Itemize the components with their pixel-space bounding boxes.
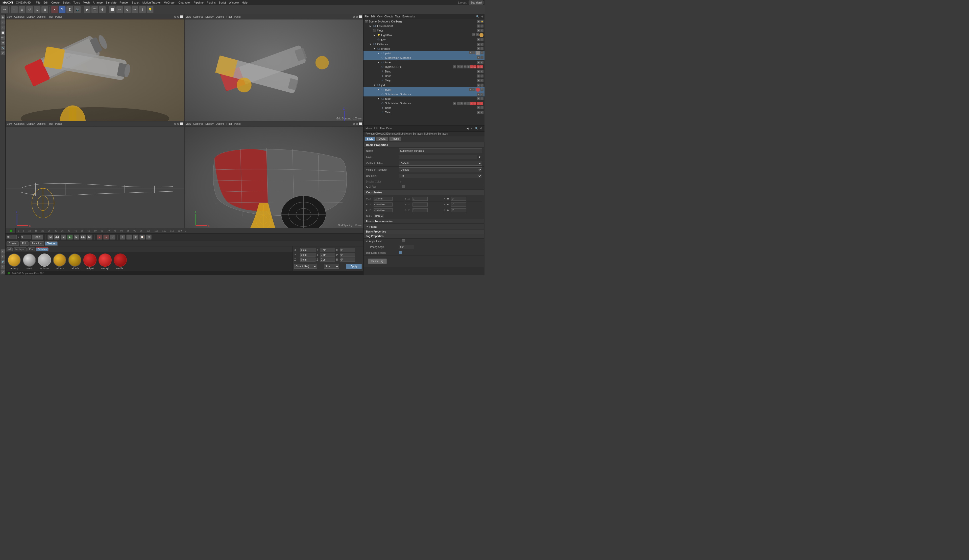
vp-persp-filter[interactable]: Filter	[48, 15, 53, 18]
ti-bj-vis[interactable]: 👁	[477, 106, 480, 109]
vp-front-options[interactable]: Options	[216, 123, 224, 125]
scale-btn[interactable]: ⊕	[18, 6, 25, 13]
tab-function[interactable]: Function	[30, 241, 44, 246]
ti-lb-render[interactable]	[480, 33, 483, 37]
ti-sjp-lock[interactable]: ✓	[480, 93, 483, 96]
vp-front-display[interactable]: Display	[205, 123, 214, 125]
coord-px-input[interactable]	[374, 197, 393, 201]
sidebar-magnet-icon[interactable]: ⌬	[0, 269, 5, 274]
ti-or-vis[interactable]: 👁	[477, 47, 480, 50]
sidebar-poly-btn[interactable]: ⬜	[0, 30, 5, 35]
menu-script[interactable]: Script	[217, 1, 227, 4]
tree-twist-1[interactable]: ↺ Twist 👁 ✓	[363, 78, 484, 83]
vp-top-view[interactable]: View	[186, 15, 191, 18]
menu-window[interactable]: Window	[227, 1, 240, 4]
coord-p-input[interactable]	[340, 253, 355, 257]
tl-first-frame[interactable]: |◀	[48, 234, 53, 239]
tl-last-frame[interactable]: ▶|	[87, 234, 92, 239]
vp-right-icon1[interactable]: ⊕	[174, 123, 176, 125]
tree-environment[interactable]: ▶ L0 Environment 👁 ✓	[363, 24, 484, 28]
deform-btn[interactable]: ⌇	[139, 6, 146, 13]
menu-edit[interactable]: Edit	[42, 1, 50, 4]
props-search-icon[interactable]: 🔍	[475, 127, 478, 130]
coord-rb-input[interactable]	[451, 208, 466, 212]
ti-lb-vis[interactable]: 👁	[472, 33, 475, 36]
layer-nolayer-btn[interactable]: No Layer	[13, 248, 27, 251]
right-file[interactable]: File	[365, 15, 368, 18]
coord-wy-input[interactable]	[320, 253, 335, 257]
ti-env-vis[interactable]: 👁	[477, 25, 480, 28]
ti-sky-vis[interactable]: 👁	[477, 38, 480, 41]
phong-basic-props[interactable]: Basic Properties	[364, 229, 484, 234]
ti-pj-lock[interactable]: ✓	[472, 88, 475, 91]
vp-front-icon1[interactable]: ⊕	[353, 123, 355, 125]
sidebar-mode-btn[interactable]: 🔘	[0, 15, 5, 20]
sidebar-grid-icon[interactable]: ⊞	[0, 254, 5, 259]
viewport-perspective[interactable]: View Cameras Display Options Filter Pane…	[5, 14, 185, 121]
material-red-spl[interactable]: Red spl	[98, 254, 112, 270]
coord-z-input[interactable]	[300, 258, 316, 262]
tree-tube-jed[interactable]: ▼ L0 tube 👁 ✓	[363, 96, 484, 101]
ti-pj-vis[interactable]: 👁	[469, 88, 472, 91]
tl-next[interactable]: ▶	[74, 234, 79, 239]
vp-persp-options[interactable]: Options	[37, 15, 45, 18]
tl-add-key[interactable]: +	[120, 234, 125, 239]
tree-subdiv-jed-tube[interactable]: ⬡ Subdivision Surfaces 👁 ✓ ⊞ ⬡ △ △ △ △ △	[363, 101, 484, 106]
ti-t1-vis[interactable]: 👁	[477, 79, 480, 82]
menu-render[interactable]: Render	[118, 1, 130, 4]
material-red-lab[interactable]: Red lab	[114, 254, 127, 270]
vp-right-filter[interactable]: Filter	[48, 123, 53, 125]
ti-b1-vis[interactable]: 👁	[477, 70, 480, 73]
vp-persp-icon3[interactable]: ⬜	[180, 15, 183, 18]
vp-front-icon2[interactable]: ⊙	[356, 123, 358, 125]
transform-btn[interactable]: ⊞	[41, 6, 48, 13]
frame-start-input[interactable]	[7, 235, 17, 239]
phong-angle-input[interactable]	[399, 245, 414, 249]
tl-motion-clip[interactable]: 📋	[140, 234, 145, 239]
menu-mograph[interactable]: MoGraph	[162, 1, 177, 4]
viewport-right[interactable]: View Cameras Display Options Filter Pane…	[5, 121, 185, 228]
tl-auto-key[interactable]: ●	[103, 234, 109, 239]
right-objects[interactable]: Objects	[385, 15, 393, 18]
tl-prev[interactable]: ◀	[61, 234, 66, 239]
tree-bend-1[interactable]: ⌇ Bend 👁 ✓	[363, 69, 484, 74]
tree-twist-jed[interactable]: ↺ Twist 👁 ✓	[363, 110, 484, 115]
right-bookmarks[interactable]: Bookmarks	[402, 15, 415, 18]
vp-persp-icon2[interactable]: ⊙	[177, 15, 179, 18]
vp-front-filter[interactable]: Filter	[226, 123, 232, 125]
prop-layer-icon[interactable]: ▼	[477, 156, 482, 159]
move-btn[interactable]: ↔	[11, 6, 18, 13]
menu-pipeline[interactable]: Pipeline	[192, 1, 205, 4]
vp-persp-cameras[interactable]: Cameras	[14, 15, 25, 18]
props-nav-left[interactable]: ◀	[466, 127, 469, 130]
coord-pz-input[interactable]	[374, 208, 393, 212]
props-nav-up[interactable]: ▲	[471, 127, 473, 130]
vp-persp-icon1[interactable]: ⊕	[174, 15, 176, 18]
mode-coord[interactable]: Coord.	[376, 136, 388, 141]
render-settings-btn[interactable]: ⚙	[99, 6, 106, 13]
vp-top-icon3[interactable]: ⬜	[359, 15, 362, 18]
ti-bj-lock[interactable]: ✓	[480, 106, 483, 109]
coord-x-input[interactable]	[300, 248, 316, 252]
menu-tools[interactable]: Tools	[72, 1, 82, 4]
material-yellow-p[interactable]: Yellow p	[8, 254, 21, 270]
ti-twj-vis[interactable]: 👁	[477, 111, 480, 114]
ti-pj-tag[interactable]	[476, 88, 480, 91]
menu-plugins[interactable]: Plugins	[205, 1, 217, 4]
ti-sjt-vis[interactable]: 👁	[453, 102, 456, 105]
tree-bend-jed[interactable]: ⌇ Bend 👁 ✓	[363, 106, 484, 110]
props-edit-btn[interactable]: Edit	[374, 127, 378, 130]
prop-vis-renderer-select[interactable]: Default On Off	[399, 168, 482, 172]
tl-key-opts[interactable]: ⚙	[133, 234, 138, 239]
ti-sky-lock[interactable]: ✓	[480, 38, 483, 41]
tree-hypernurbs[interactable]: ⬡ HyperNURBS 👁 ✓ ⊞ ⬡ △ △ △ △ △	[363, 65, 484, 69]
vp-right-options[interactable]: Options	[37, 123, 45, 125]
prop-use-color-value[interactable]: Off On Layer	[399, 174, 482, 178]
right-settings-icon[interactable]: ⚙	[481, 15, 483, 18]
ti-tj-lock[interactable]: ✓	[480, 97, 483, 100]
vp-top-display[interactable]: Display	[205, 15, 214, 18]
phong-angle-value[interactable]	[399, 245, 482, 249]
delete-tag-button[interactable]: Delete Tag	[368, 259, 387, 264]
vp-top-options[interactable]: Options	[216, 15, 224, 18]
freeze-transform-header[interactable]: Freeze Transformation	[364, 219, 484, 224]
